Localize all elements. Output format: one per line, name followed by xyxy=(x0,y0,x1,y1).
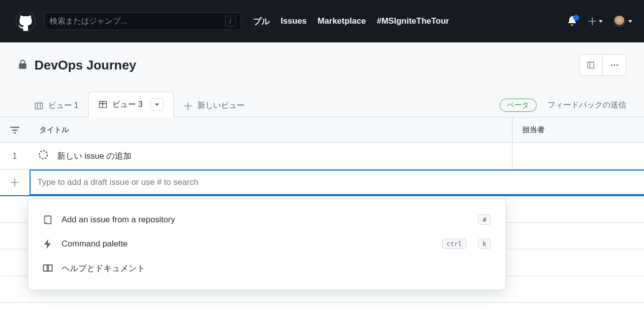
tab-label: ビュー 1 xyxy=(48,101,78,111)
nav-hashtag[interactable]: #MSIgniteTheTour xyxy=(377,16,449,26)
menu-item-label: Add an issue from a repository xyxy=(62,215,175,225)
shortcut-key: ctrl xyxy=(442,239,466,249)
add-item-input[interactable] xyxy=(37,177,644,187)
tab-view-3[interactable]: ビュー 3 xyxy=(88,92,173,117)
search-input[interactable] xyxy=(50,17,225,26)
column-header-assignee[interactable]: 担当者 xyxy=(512,117,644,142)
add-item-suggestions-menu: Add an issue from a repository # Command… xyxy=(28,198,506,290)
tab-label: ビュー 3 xyxy=(112,100,142,110)
menu-item-command-palette[interactable]: Command palette ctrl k xyxy=(28,232,506,256)
lock-icon xyxy=(18,59,28,71)
table-column-headers: タイトル 担当者 xyxy=(0,117,644,143)
shortcut-key: # xyxy=(478,214,491,225)
add-item-plus-icon xyxy=(0,178,30,187)
github-logo[interactable] xyxy=(16,11,35,31)
more-options-button[interactable] xyxy=(603,54,626,76)
new-view-button[interactable]: 新しいビュー xyxy=(174,95,255,117)
slash-shortcut-icon: / xyxy=(225,16,236,27)
svg-point-1 xyxy=(613,64,615,66)
filter-button[interactable] xyxy=(0,127,30,134)
repo-icon xyxy=(43,215,53,225)
add-item-row xyxy=(0,170,644,196)
nav-marketplace[interactable]: Marketplace xyxy=(318,16,366,26)
tab-options-dropdown[interactable] xyxy=(151,98,163,111)
draft-issue-icon xyxy=(38,150,48,162)
book-icon xyxy=(43,264,53,274)
table-row[interactable]: 1 新しい issue の追加 xyxy=(0,143,644,170)
notification-dot-icon xyxy=(573,15,579,21)
svg-point-0 xyxy=(611,64,612,66)
board-icon xyxy=(34,102,43,110)
shortcut-key: k xyxy=(478,239,491,249)
panel-toggle-button[interactable] xyxy=(579,54,603,76)
row-number: 1 xyxy=(0,152,30,161)
beta-badge: ベータ xyxy=(500,99,537,112)
row-assignee-cell[interactable] xyxy=(512,143,644,169)
zap-icon xyxy=(43,239,53,249)
menu-item-add-from-repo[interactable]: Add an issue from a repository # xyxy=(28,208,506,232)
plus-icon xyxy=(184,102,193,110)
nav-issues[interactable]: Issues xyxy=(281,16,307,26)
global-search[interactable]: / xyxy=(44,12,241,30)
nav-pull[interactable]: プル xyxy=(253,16,270,27)
table-icon xyxy=(98,100,107,109)
caret-down-icon xyxy=(599,20,603,23)
header-actions xyxy=(567,15,632,27)
send-feedback-link[interactable]: フィードバックの送信 xyxy=(547,100,626,110)
project-header: DevOps Journey xyxy=(0,42,644,82)
menu-item-label: Command palette xyxy=(62,239,128,249)
caret-down-icon xyxy=(628,20,632,23)
global-header: / プル Issues Marketplace #MSIgniteTheTour xyxy=(0,0,644,42)
project-title: DevOps Journey xyxy=(34,58,136,73)
avatar xyxy=(613,15,625,27)
svg-point-2 xyxy=(616,64,618,66)
view-tabs: ビュー 1 ビュー 3 新しいビュー ベータ フィードバックの送信 xyxy=(0,82,644,117)
notifications-button[interactable] xyxy=(567,16,577,27)
global-nav: プル Issues Marketplace #MSIgniteTheTour xyxy=(253,16,449,27)
svg-point-3 xyxy=(39,151,47,159)
new-view-label: 新しいビュー xyxy=(197,101,245,111)
user-menu[interactable] xyxy=(613,15,632,27)
tab-view-1[interactable]: ビュー 1 xyxy=(25,95,88,117)
column-header-title[interactable]: タイトル xyxy=(30,125,512,135)
create-new-dropdown[interactable] xyxy=(588,17,603,26)
menu-item-label: ヘルプとドキュメント xyxy=(62,263,145,274)
menu-item-help-docs[interactable]: ヘルプとドキュメント xyxy=(28,256,506,281)
row-title: 新しい issue の追加 xyxy=(57,150,131,162)
